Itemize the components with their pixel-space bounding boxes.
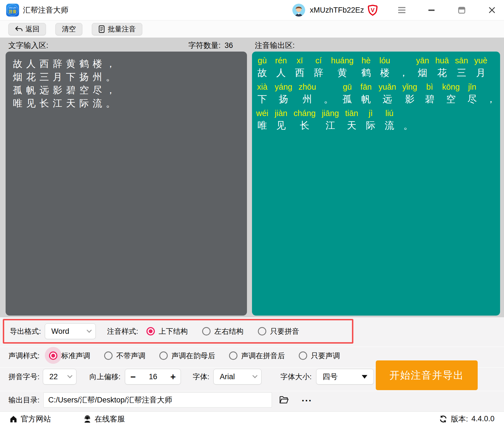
export-format-select[interactable]: Word <box>45 323 96 339</box>
ruby-cell: 。 <box>322 81 335 105</box>
radio-unselected-icon[interactable] <box>229 351 237 360</box>
ruby-cell: ， <box>485 81 497 105</box>
output-dir-label: 输出目录: <box>8 395 39 405</box>
ruby-cell: tiān天 <box>345 108 358 132</box>
maximize-button[interactable] <box>458 6 466 14</box>
vip-badge-icon[interactable]: V <box>367 4 378 16</box>
radio-unselected-icon[interactable] <box>258 327 266 335</box>
menu-icon[interactable] <box>398 7 405 13</box>
titlebar: zhù yīn 注音 汇帮注音大师 xMUzhTFb22Ez V <box>0 0 504 20</box>
ruby-cell: xī西 <box>293 55 306 79</box>
start-export-button[interactable]: 开始注音并导出 <box>376 360 478 390</box>
font-size-label: 字体大小: <box>281 372 312 382</box>
ruby-cell: sān三 <box>455 55 468 79</box>
ruby-cell: jiàn见 <box>275 108 287 132</box>
radio-option[interactable]: 左右结构 <box>202 327 243 336</box>
text-input-area[interactable]: 故 人 西 辞 黄 鹤 楼 ， 烟 花 三 月 下 扬 州 。 孤 帆 远 影 … <box>6 52 247 316</box>
offset-value[interactable]: 16 <box>149 372 157 381</box>
offset-stepper: − 16 + <box>125 369 181 385</box>
font-select[interactable]: Arial <box>213 369 262 385</box>
triangle-down-icon <box>362 375 367 379</box>
ruby-cell: yān烟 <box>416 55 429 79</box>
user-avatar[interactable] <box>292 4 305 17</box>
tone-style-label: 声调样式: <box>8 351 39 361</box>
offset-label: 向上偏移: <box>89 372 120 382</box>
ruby-cell: hè鹤 <box>360 55 372 79</box>
ruby-cell: yǐng影 <box>402 81 417 105</box>
font-size-select[interactable]: 四号 <box>316 369 374 385</box>
folder-icon[interactable] <box>279 396 289 404</box>
annotation-style-label: 注音样式: <box>107 327 138 336</box>
app-title: 汇帮注音大师 <box>23 5 68 15</box>
chevron-down-icon <box>87 328 92 333</box>
document-icon <box>98 25 105 33</box>
ruby-row: wéi唯jiàn见cháng长jiāng江tiān天jì际liú流。 <box>256 108 497 132</box>
radio-unselected-icon[interactable] <box>159 351 168 360</box>
radio-selected-icon[interactable] <box>49 351 57 360</box>
close-button[interactable] <box>488 6 496 14</box>
username: xMUzhTFb22Ez <box>310 6 364 15</box>
ruby-cell: wéi唯 <box>256 108 269 132</box>
char-count-value: 36 <box>225 41 233 50</box>
refresh-icon[interactable] <box>439 415 447 423</box>
ruby-cell: ， <box>397 55 410 79</box>
char-count-label: 字符数量: <box>188 40 221 50</box>
output-dir-input[interactable] <box>43 392 272 408</box>
ruby-cell: gū孤 <box>341 81 354 105</box>
ruby-cell: zhōu州 <box>298 81 316 105</box>
tone-style-group: 标准声调不带声调声调在韵母后声调在拼音后只要声调 <box>49 351 340 361</box>
headset-person-icon <box>83 415 91 423</box>
controls-area: 导出格式: Word 注音样式: 上下结构左右结构只要拼音 声调样式: 标准声调… <box>0 317 504 411</box>
svg-text:V: V <box>371 7 375 13</box>
online-support-link[interactable]: 在线客服 <box>83 414 125 424</box>
radio-option[interactable]: 标准声调 <box>49 351 90 361</box>
radio-unselected-icon[interactable] <box>104 351 113 360</box>
ruby-cell: jǐn尽 <box>466 81 479 105</box>
radio-unselected-icon[interactable] <box>299 351 307 360</box>
ruby-cell: bì碧 <box>423 81 436 105</box>
ruby-cell: yuè月 <box>474 55 487 79</box>
ruby-row: xià下yáng扬zhōu州。gū孤fān帆yuǎn远yǐng影bì碧kōng空… <box>256 81 497 105</box>
ruby-cell: fān帆 <box>360 81 372 105</box>
pinyin-size-select[interactable]: 22 <box>43 369 76 385</box>
highlight-box: 导出格式: Word 注音样式: 上下结构左右结构只要拼音 <box>3 319 353 344</box>
ruby-cell: rén人 <box>275 55 287 79</box>
ruby-cell: liú流 <box>383 108 396 132</box>
minimize-button[interactable] <box>427 6 436 14</box>
radio-option[interactable]: 声调在韵母后 <box>159 351 215 361</box>
font-label: 字体: <box>193 372 209 382</box>
ruby-row: gù故rén人xī西cí辞huáng黄hè鹤lóu楼，yān烟huā花sān三y… <box>256 55 497 79</box>
offset-decrease-button[interactable]: − <box>130 372 136 381</box>
output-dir-row: 输出目录: ... <box>0 391 504 409</box>
more-options-button[interactable]: ... <box>302 397 312 403</box>
ruby-cell: 。 <box>402 108 414 132</box>
ruby-cell: cháng长 <box>293 108 316 132</box>
clear-button[interactable]: 清空 <box>55 23 82 35</box>
ruby-cell: huáng黄 <box>331 55 354 79</box>
radio-option[interactable]: 不带声调 <box>104 351 145 361</box>
radio-unselected-icon[interactable] <box>202 327 211 335</box>
version-value: 4.4.0.0 <box>471 415 494 423</box>
ruby-cell: yuǎn远 <box>379 81 396 105</box>
ruby-cell: kōng空 <box>442 81 460 105</box>
ruby-cell: huā花 <box>435 55 449 79</box>
export-format-label: 导出格式: <box>10 327 41 336</box>
official-website-link[interactable]: 官方网站 <box>10 414 51 424</box>
offset-increase-button[interactable]: + <box>170 372 176 381</box>
ruby-cell: xià下 <box>256 81 269 105</box>
back-button[interactable]: 返回 <box>8 23 46 35</box>
app-logo-icon: zhù yīn 注音 <box>6 4 19 17</box>
annotation-style-group: 上下结构左右结构只要拼音 <box>146 327 299 336</box>
ruby-cell: yáng扬 <box>275 81 292 105</box>
batch-annotate-button[interactable]: 批量注音 <box>92 23 142 35</box>
ruby-cell: cí辞 <box>312 55 325 79</box>
radio-option[interactable]: 只要声调 <box>299 351 340 361</box>
input-area-label: 文字输入区: <box>8 40 48 50</box>
radio-option[interactable]: 声调在拼音后 <box>229 351 285 361</box>
version-label: 版本: <box>451 414 468 424</box>
radio-option[interactable]: 上下结构 <box>146 327 188 336</box>
pinyin-output-area: gù故rén人xī西cí辞huáng黄hè鹤lóu楼，yān烟huā花sān三y… <box>252 52 500 316</box>
radio-option[interactable]: 只要拼音 <box>258 327 299 336</box>
ruby-cell: lóu楼 <box>379 55 391 79</box>
radio-selected-icon[interactable] <box>146 327 155 335</box>
